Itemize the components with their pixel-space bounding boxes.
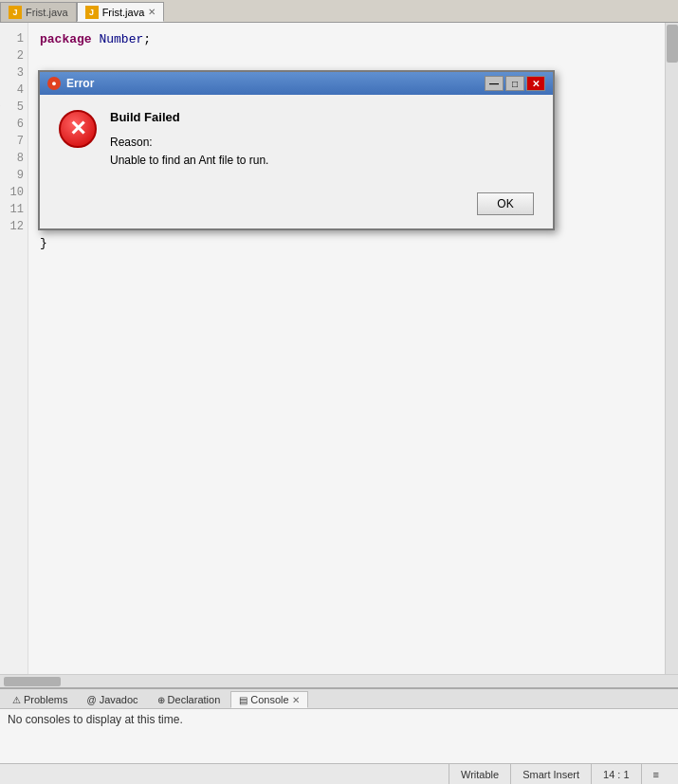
error-title-icon: ● [47,77,61,90]
tab-frist-inactive[interactable]: J Frist.java [0,2,77,22]
tab-problems[interactable]: ⚠ Problems [4,691,76,708]
maximize-button[interactable]: □ [505,76,524,91]
build-failed-message: Build Failed [110,110,534,124]
error-dialog: ● Error — □ ✕ ✕ Build Failed Reason: Una… [38,70,555,230]
console-content: No consoles to display at this time. [0,709,678,763]
dialog-title-left: ● Error [47,77,94,90]
declaration-icon: ⊕ [157,695,165,705]
console-label: Console [250,694,288,705]
tab-close-icon[interactable]: ✕ [148,7,156,17]
declaration-label: Declaration [168,694,221,705]
status-bar: Writable Smart Insert 14 : 1 ≡ [0,763,678,784]
console-icon: ▤ [239,695,247,705]
tab-bar: J Frist.java J Frist.java ✕ [0,0,678,23]
dialog-title-controls: — □ ✕ [485,76,545,91]
javadoc-icon: @ [86,695,96,705]
bottom-tabs: ⚠ Problems @ Javadoc ⊕ Declaration ▤ Con… [0,689,678,709]
tab-javadoc[interactable]: @ Javadoc [78,691,146,708]
status-insert-mode: Smart Insert [510,764,591,784]
tab-frist-active[interactable]: J Frist.java ✕ [77,2,165,22]
reason-detail: Unable to find an Ant file to run. [110,154,268,167]
javadoc-label: Javadoc [100,694,138,705]
ok-button[interactable]: OK [477,192,534,215]
status-menu-icon[interactable]: ≡ [641,764,670,784]
status-writable: Writable [449,764,510,784]
close-dialog-button[interactable]: ✕ [526,76,545,91]
reason-text: Reason: Unable to find an Ant file to ru… [110,134,534,170]
problems-label: Problems [24,694,67,705]
dialog-title-text: Error [66,77,94,90]
dialog-overlay: ● Error — □ ✕ ✕ Build Failed Reason: Una… [0,23,678,687]
dialog-text: Build Failed Reason: Unable to find an A… [110,110,534,170]
dialog-body: ✕ Build Failed Reason: Unable to find an… [40,95,553,185]
dots-icon: ≡ [653,769,659,780]
java-file-icon: J [9,6,22,19]
tab-console[interactable]: ▤ Console ✕ [230,691,307,708]
console-message: No consoles to display at this time. [8,713,183,726]
reason-label: Reason: [110,136,153,149]
tab-declaration[interactable]: ⊕ Declaration [149,691,229,708]
status-position: 14 : 1 [591,764,641,784]
problems-icon: ⚠ [12,695,21,705]
editor-area: 1 2 3 4 5 — 6 7 8 9 10 11 12 package Num… [0,23,678,687]
tab-label-inactive: Frist.java [26,7,68,18]
console-close-icon[interactable]: ✕ [292,695,300,705]
error-icon-large: ✕ [59,110,97,148]
dialog-titlebar: ● Error — □ ✕ [40,72,553,95]
minimize-button[interactable]: — [485,76,504,91]
java-file-icon-active: J [85,6,99,19]
bottom-panel: ⚠ Problems @ Javadoc ⊕ Declaration ▤ Con… [0,687,678,763]
tab-label-active: Frist.java [102,7,145,18]
dialog-footer: OK [40,185,553,228]
